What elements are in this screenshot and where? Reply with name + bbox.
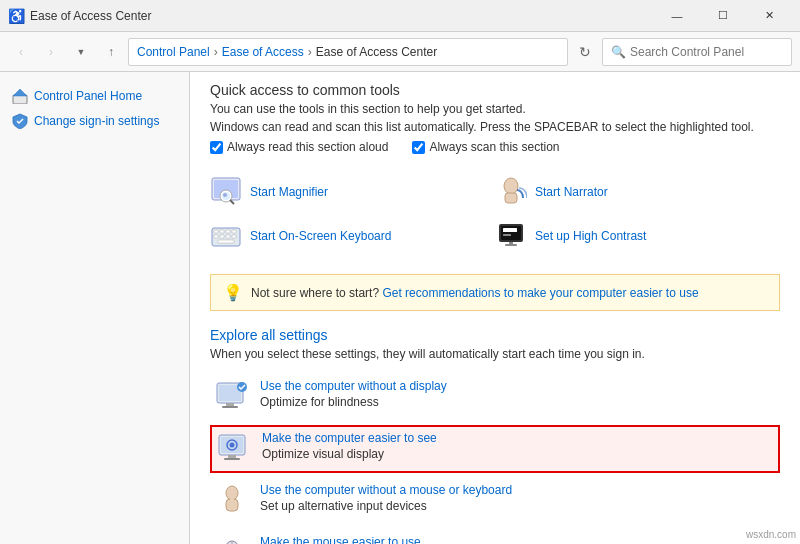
no-mouse-text: Use the computer without a mouse or keyb… [260,483,512,513]
address-bar: ‹ › ▼ ↑ Control Panel › Ease of Access ›… [0,32,800,72]
svg-point-36 [230,443,235,448]
svg-rect-14 [232,230,236,233]
sidebar-signin-label: Change sign-in settings [34,113,159,130]
easier-see-link[interactable]: Make the computer easier to see [262,431,437,445]
minimize-button[interactable]: — [654,0,700,32]
breadcrumb-control-panel[interactable]: Control Panel [137,45,210,59]
tip-banner: 💡 Not sure where to start? Get recommend… [210,274,780,311]
setting-no-mouse[interactable]: Use the computer without a mouse or keyb… [210,477,780,525]
explore-title[interactable]: Explore all settings [210,327,780,343]
svg-rect-22 [503,228,517,232]
checkboxes-row: Always read this section aloud Always sc… [210,140,780,154]
sidebar-item-home[interactable]: Control Panel Home [0,84,189,109]
svg-rect-11 [214,230,218,233]
tool-keyboard[interactable]: Start On-Screen Keyboard [210,214,495,258]
search-input[interactable] [630,45,783,59]
no-mouse-link[interactable]: Use the computer without a mouse or keyb… [260,483,512,497]
svg-rect-34 [224,458,240,460]
checkbox-scan[interactable]: Always scan this section [412,140,559,154]
app-icon: ♿ [8,8,24,24]
svg-rect-15 [214,235,218,238]
tip-text: Not sure where to start? Get recommendat… [251,286,699,300]
easier-see-icon [216,431,252,467]
no-display-sub: Optimize for blindness [260,395,447,409]
magnifier-label: Start Magnifier [250,185,328,199]
no-display-icon [214,379,250,415]
keyboard-icon [210,220,242,252]
tools-grid: Start Magnifier Start Narrator [190,170,800,258]
svg-point-8 [504,178,518,194]
mouse-easier-icon [214,535,250,544]
up-button[interactable]: ↑ [98,39,124,65]
title-bar-text: Ease of Access Center [30,9,654,23]
svg-line-6 [230,200,234,204]
home-icon [12,88,28,104]
title-bar-controls: — ☐ ✕ [654,0,792,32]
mouse-easier-text: Make the mouse easier to use Adjust sett… [260,535,549,544]
setting-no-display[interactable]: Use the computer without a display Optim… [210,373,780,421]
svg-rect-0 [13,95,27,104]
svg-rect-13 [226,230,230,233]
breadcrumb-current: Ease of Access Center [316,45,437,59]
svg-rect-28 [226,403,234,406]
svg-rect-18 [232,235,236,238]
checkbox-read-aloud[interactable]: Always read this section aloud [210,140,388,154]
tip-link[interactable]: Get recommendations to make your compute… [382,286,698,300]
tool-contrast[interactable]: Set up High Contrast [495,214,780,258]
shield-icon [12,113,28,129]
svg-rect-23 [503,234,511,236]
title-bar: ♿ Ease of Access Center — ☐ ✕ [0,0,800,32]
content-area: Quick access to common tools You can use… [190,72,800,544]
setting-easier-see[interactable]: Make the computer easier to see Optimize… [210,425,780,473]
back-button[interactable]: ‹ [8,39,34,65]
refresh-button[interactable]: ↻ [572,39,598,65]
svg-point-7 [223,193,227,197]
tool-magnifier[interactable]: Start Magnifier [210,170,495,214]
svg-rect-24 [505,244,517,246]
svg-rect-9 [505,193,517,203]
forward-button[interactable]: › [38,39,64,65]
close-button[interactable]: ✕ [746,0,792,32]
contrast-icon [495,220,527,252]
maximize-button[interactable]: ☐ [700,0,746,32]
breadcrumb-ease-of-access[interactable]: Ease of Access [222,45,304,59]
no-mouse-sub: Set up alternative input devices [260,499,512,513]
svg-marker-1 [13,89,27,96]
no-display-link[interactable]: Use the computer without a display [260,379,447,393]
recent-button[interactable]: ▼ [68,39,94,65]
watermark: wsxdn.com [746,529,796,540]
svg-rect-33 [228,455,236,458]
tool-narrator[interactable]: Start Narrator [495,170,780,214]
svg-rect-25 [509,242,513,244]
setting-mouse-easier[interactable]: Make the mouse easier to use Adjust sett… [210,529,780,544]
svg-rect-19 [218,240,234,243]
mouse-easier-link[interactable]: Make the mouse easier to use [260,535,549,544]
explore-section: Explore all settings When you select the… [190,327,800,544]
sidebar-item-signin[interactable]: Change sign-in settings [0,109,189,134]
svg-rect-12 [220,230,224,233]
tip-icon: 💡 [223,283,243,302]
breadcrumb: Control Panel › Ease of Access › Ease of… [128,38,568,66]
keyboard-label: Start On-Screen Keyboard [250,229,391,243]
narrator-label: Start Narrator [535,185,608,199]
scan-checkbox[interactable] [412,141,425,154]
quick-access-desc1: You can use the tools in this section to… [210,102,780,116]
svg-rect-29 [222,406,238,408]
narrator-icon [495,176,527,208]
explore-desc: When you select these settings, they wil… [210,347,780,361]
no-mouse-icon [214,483,250,519]
search-icon: 🔍 [611,45,626,59]
magnifier-icon [210,176,242,208]
quick-access-section: Quick access to common tools You can use… [190,72,800,170]
easier-see-sub: Optimize visual display [262,447,437,461]
sidebar-home-label: Control Panel Home [34,88,142,105]
svg-rect-17 [226,235,230,238]
no-display-text: Use the computer without a display Optim… [260,379,447,409]
quick-access-desc2: Windows can read and scan this list auto… [210,120,780,134]
svg-rect-39 [230,495,234,501]
main-layout: Control Panel Home Change sign-in settin… [0,72,800,544]
quick-access-title: Quick access to common tools [210,82,780,98]
contrast-label: Set up High Contrast [535,229,646,243]
sidebar: Control Panel Home Change sign-in settin… [0,72,190,544]
read-aloud-checkbox[interactable] [210,141,223,154]
